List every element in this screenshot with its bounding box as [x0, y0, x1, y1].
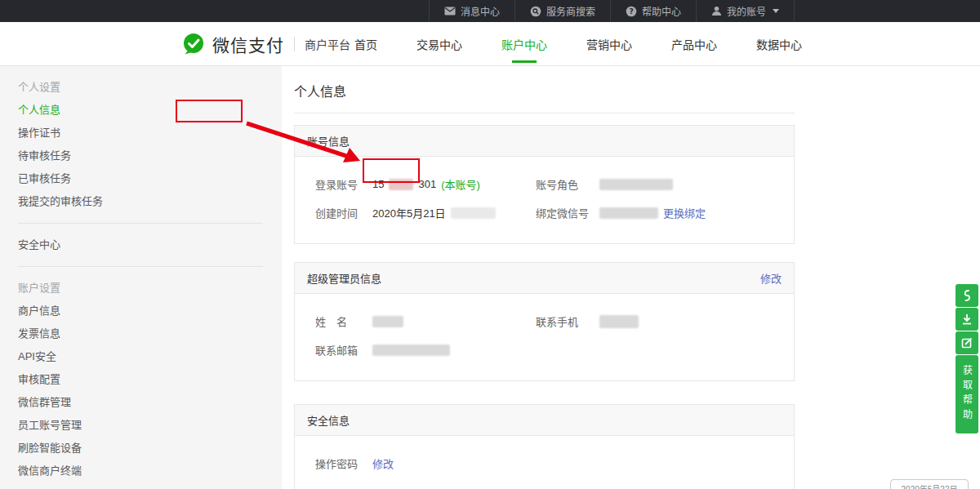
nav-home[interactable]: 首页	[354, 31, 377, 57]
sidebar-item-staff-account-management[interactable]: 员工账号管理	[18, 414, 282, 437]
created-time-label: 创建时间	[315, 205, 372, 220]
main-content: 个人信息 账号信息 登录账号 15301 (本账号)	[282, 66, 980, 489]
brand-name: 微信支付	[212, 32, 284, 56]
section-account-info-header: 账号信息	[295, 126, 794, 157]
info-row: 姓 名 联系手机	[295, 307, 794, 336]
topbar-item-label: 服务商搜索	[546, 4, 595, 18]
section-account-info-body: 登录账号 15301 (本账号) 账号角色	[295, 157, 794, 243]
current-account-note: (本账号)	[441, 176, 480, 192]
topbar-item-provider-search[interactable]: 服务商搜索	[514, 0, 610, 22]
get-help-label: 获取帮助	[960, 365, 974, 424]
sidebar-item-review-config[interactable]: 审核配置	[18, 368, 282, 391]
brand-separator	[294, 37, 295, 51]
info-row: 操作密码 修改	[295, 449, 794, 478]
nav-marketing-center[interactable]: 营销中心	[586, 31, 632, 57]
page: 消息中心 服务商搜索 ? 帮助中心 我的账号 微信	[0, 0, 980, 489]
svg-text:?: ?	[629, 7, 633, 16]
admin-name-label: 姓 名	[315, 313, 372, 329]
topbar-item-label: 消息中心	[461, 4, 500, 18]
section-security-info: 安全信息 操作密码 修改 预留信息 未设置	[294, 404, 795, 489]
sidebar-item-my-submitted-review-tasks[interactable]: 我提交的审核任务	[18, 190, 282, 213]
download-button[interactable]	[956, 308, 978, 331]
sidebar-item-invoice-info[interactable]: 发票信息	[18, 322, 282, 345]
sidebar-item-wechat-group-management[interactable]: 微信群管理	[18, 391, 282, 414]
section-header-label: 超级管理员信息	[307, 270, 381, 286]
chevron-down-icon	[773, 9, 779, 13]
operation-password-label: 操作密码	[315, 456, 372, 471]
login-account-value: 15301 (本账号)	[372, 176, 480, 192]
redacted-created-time	[451, 207, 496, 219]
sidebar-item-operation-certificate[interactable]: 操作证书	[18, 122, 282, 144]
topbar-menu: 消息中心 服务商搜索 ? 帮助中心 我的账号	[429, 0, 795, 22]
wechat-pay-logo-icon	[181, 32, 206, 56]
sidebar-item-reviewed-tasks[interactable]: 已审核任务	[18, 167, 282, 190]
sidebar-group-personal-settings: 个人设置	[18, 76, 282, 99]
header: 微信支付 商户平台 首页 交易中心 账户中心 营销中心 产品中心 数据中心	[0, 22, 980, 66]
title-divider	[294, 113, 795, 113]
section-security-body: 操作密码 修改 预留信息 未设置 修改	[295, 436, 794, 489]
sidebar-item-security-center[interactable]: 安全中心	[18, 233, 282, 256]
sidebar-divider	[18, 266, 263, 267]
main-nav: 首页 交易中心 账户中心 营销中心 产品中心 数据中心	[354, 31, 802, 57]
hotline-button[interactable]	[956, 284, 978, 307]
topbar-item-my-account[interactable]: 我的账号	[696, 0, 795, 22]
info-row: 创建时间 2020年5月21日 绑定微信号 更换绑定	[295, 198, 794, 227]
body-area: 个人设置 个人信息 操作证书 待审核任务 已审核任务 我提交的审核任务 安全中心…	[0, 66, 980, 489]
info-row: 登录账号 15301 (本账号) 账号角色	[295, 170, 794, 198]
section-super-admin-body: 姓 名 联系手机 联系邮箱	[295, 294, 794, 380]
section-account-info: 账号信息 登录账号 15301 (本账号) 账号角色	[294, 125, 795, 244]
nav-transaction-center[interactable]: 交易中心	[416, 31, 462, 57]
redacted-wechat-id	[599, 207, 658, 219]
sidebar-item-pending-review-tasks[interactable]: 待审核任务	[18, 144, 282, 167]
sidebar-item-personal-info[interactable]: 个人信息	[18, 99, 282, 122]
info-row: 联系邮箱	[295, 336, 794, 364]
modify-admin-link[interactable]: 修改	[760, 270, 782, 286]
nav-data-center[interactable]: 数据中心	[756, 31, 802, 57]
redacted-admin-name	[372, 316, 403, 327]
topbar-item-label: 我的账号	[727, 4, 766, 18]
section-header-label: 账号信息	[307, 133, 350, 149]
brand[interactable]: 微信支付 商户平台	[181, 32, 350, 56]
question-icon: ?	[626, 6, 637, 17]
login-account-prefix: 15	[372, 178, 384, 190]
section-super-admin-info: 超级管理员信息 修改 姓 名 联系手机	[294, 262, 795, 381]
redacted-account-role	[599, 179, 673, 190]
change-binding-link[interactable]: 更换绑定	[663, 205, 706, 220]
info-row: 预留信息 未设置 修改	[295, 486, 794, 489]
redacted-contact-phone	[599, 315, 639, 328]
redacted-contact-email	[372, 345, 450, 356]
get-help-button[interactable]: 获取帮助	[956, 355, 978, 433]
sidebar-item-wechat-merchant-terminal[interactable]: 微信商户终端	[18, 460, 282, 482]
account-role-label: 账号角色	[536, 176, 599, 192]
edit-icon	[961, 337, 973, 349]
sidebar-group-account-settings: 账户设置	[18, 277, 282, 300]
link-icon	[961, 289, 973, 302]
floating-help-panel: 获取帮助	[956, 284, 978, 433]
section-super-admin-header: 超级管理员信息 修改	[295, 263, 794, 294]
sidebar-item-face-smart-device[interactable]: 刷脸智能设备	[18, 437, 282, 460]
contact-phone-label: 联系手机	[536, 313, 599, 329]
sidebar-item-api-security[interactable]: API安全	[18, 345, 282, 368]
topbar: 消息中心 服务商搜索 ? 帮助中心 我的账号	[0, 0, 980, 22]
created-time-value: 2020年5月21日	[372, 205, 446, 220]
date-tooltip: 2020年5月22日	[890, 479, 969, 489]
modify-password-link[interactable]: 修改	[372, 456, 394, 471]
user-icon	[711, 6, 722, 16]
feedback-button[interactable]	[956, 331, 978, 354]
redacted-login-digits	[389, 179, 413, 190]
sidebar-divider	[18, 223, 263, 224]
brand-portal: 商户平台	[305, 36, 350, 52]
login-account-label: 登录账号	[315, 176, 372, 192]
topbar-item-messages[interactable]: 消息中心	[429, 0, 514, 22]
sidebar: 个人设置 个人信息 操作证书 待审核任务 已审核任务 我提交的审核任务 安全中心…	[0, 66, 282, 489]
page-title: 个人信息	[294, 81, 980, 100]
topbar-item-label: 帮助中心	[642, 4, 681, 18]
sidebar-item-merchant-info[interactable]: 商户信息	[18, 300, 282, 322]
topbar-item-help[interactable]: ? 帮助中心	[610, 0, 696, 22]
nav-account-center[interactable]: 账户中心	[501, 31, 547, 57]
nav-product-center[interactable]: 产品中心	[671, 31, 717, 57]
bound-wechat-label: 绑定微信号	[536, 205, 599, 220]
section-header-label: 安全信息	[307, 412, 350, 428]
mail-icon	[444, 7, 456, 16]
search-icon	[530, 6, 541, 17]
